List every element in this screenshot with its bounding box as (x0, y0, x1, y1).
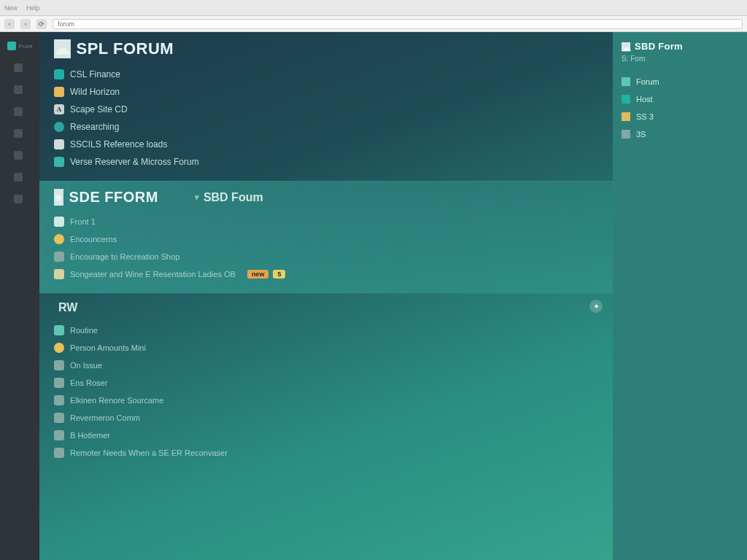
dot-icon (54, 234, 64, 244)
cloud-icon: ● (54, 189, 63, 206)
square-icon (54, 448, 64, 458)
forum-link[interactable]: Elkinen Renore Sourcame (54, 392, 598, 409)
forum-link[interactable]: Researching (54, 118, 598, 136)
leftbar-item[interactable] (0, 58, 39, 77)
square-icon (7, 42, 16, 50)
forum-link[interactable]: Songeater and Wine E Resentation Ladies … (54, 265, 598, 283)
section-subtitle: ▾ SBD Foum (195, 191, 263, 204)
reload-button[interactable]: ⟳ (36, 19, 47, 29)
forum-link[interactable]: Front 1 (54, 213, 598, 230)
globe-icon (54, 122, 64, 132)
forum-link[interactable]: Revermeron Comm (54, 409, 598, 427)
square-icon (14, 107, 23, 116)
folder-icon (54, 87, 64, 97)
square-icon (14, 63, 23, 72)
doc-icon (54, 217, 64, 227)
square-icon (54, 395, 64, 405)
forum-link[interactable]: Person Amounts Mini (54, 339, 598, 357)
square-icon (14, 129, 23, 138)
leftbar-item[interactable] (0, 124, 39, 143)
leftbar-item[interactable] (0, 168, 39, 187)
forum-section-spl: ☁ SPL FORUM CSL Finance Wild Horizon ASc… (39, 32, 613, 181)
forum-link[interactable]: AScape Site CD (54, 101, 598, 118)
card-icon (54, 139, 64, 149)
browser-tab[interactable]: New (4, 4, 18, 12)
leftbar-item[interactable] (0, 146, 39, 165)
forward-button[interactable]: › (20, 19, 31, 29)
forum-link[interactable]: Ens Roser (54, 374, 598, 392)
cloud-icon: ☁ (54, 39, 71, 58)
leftbar-item[interactable]: From (0, 36, 39, 55)
forum-link[interactable]: CSL Finance (54, 66, 598, 83)
square-icon (14, 85, 23, 94)
forum-link[interactable]: Routine (54, 322, 598, 339)
forum-link[interactable]: Verse Reserver & Micross Forum (54, 153, 598, 171)
settings-icon[interactable]: ✦ (589, 300, 603, 313)
square-icon (14, 195, 23, 203)
app-icon (54, 69, 64, 79)
section-title: ☁ SPL FORUM (54, 39, 174, 58)
browser-tab-strip: New Help (0, 0, 747, 16)
rightbar-link[interactable]: SS 3 (622, 108, 738, 125)
browser-tab[interactable]: Help (26, 4, 40, 12)
forum-link[interactable]: Wild Horizon (54, 83, 598, 101)
green-icon (622, 77, 630, 86)
folder-icon (622, 112, 630, 121)
forum-link[interactable]: Encourage to Recreation Shop (54, 248, 598, 265)
forum-link[interactable]: Encouncerns (54, 230, 598, 248)
section-title: ● SDE FFORM (54, 189, 158, 206)
forum-link[interactable]: B Hotlemer (54, 427, 598, 444)
green-icon (54, 325, 64, 335)
rightbar-title: ☁ SBD Form (622, 41, 738, 52)
square-icon (14, 173, 23, 182)
forum-link[interactable]: On Issue (54, 357, 598, 374)
forum-section-sde: ● SDE FFORM ▾ SBD Foum Front 1 Encouncer… (39, 181, 613, 293)
rightbar-link[interactable]: Forum (622, 73, 738, 90)
back-button[interactable]: ‹ (4, 19, 15, 29)
status-badge: new (247, 270, 269, 279)
square-icon (622, 130, 630, 139)
left-sidebar: From (0, 32, 39, 560)
dot-icon (54, 343, 64, 353)
forum-link[interactable]: Remoter Needs When a SE ER Reconvaser (54, 444, 598, 462)
rightbar-subtitle: S: Fom (622, 55, 738, 63)
leftbar-item[interactable] (0, 80, 39, 99)
count-badge: 5 (273, 270, 285, 279)
note-icon (54, 269, 64, 279)
square-icon (54, 430, 64, 440)
section-title: RW (54, 301, 77, 314)
rightbar-link[interactable]: 3S (622, 125, 738, 143)
square-icon (14, 151, 23, 160)
cloud-icon: ☁ (622, 42, 630, 51)
square-icon (54, 360, 64, 370)
leftbar-item[interactable] (0, 190, 39, 209)
rightbar-link[interactable]: Host (622, 90, 738, 108)
teal-icon (622, 95, 630, 104)
forum-link[interactable]: SSCILS Reference loads (54, 136, 598, 153)
badge-group: new 5 (247, 270, 286, 279)
right-sidebar: ☁ SBD Form S: Fom Forum Host SS 3 3S (613, 32, 747, 560)
square-icon (54, 252, 64, 262)
forum-section-rw: ✦ RW Routine Person Amounts Mini On Issu… (39, 293, 613, 472)
chevron-down-icon: ▾ (195, 192, 199, 202)
square-icon (54, 378, 64, 388)
browser-toolbar: ‹ › ⟳ forum (0, 16, 747, 32)
leftbar-item[interactable] (0, 102, 39, 121)
main-content: ☁ SPL FORUM CSL Finance Wild Horizon ASc… (39, 32, 613, 560)
square-icon (54, 413, 64, 423)
box-icon (54, 157, 64, 167)
url-bar[interactable]: forum (53, 19, 743, 29)
text-icon: A (54, 104, 64, 114)
